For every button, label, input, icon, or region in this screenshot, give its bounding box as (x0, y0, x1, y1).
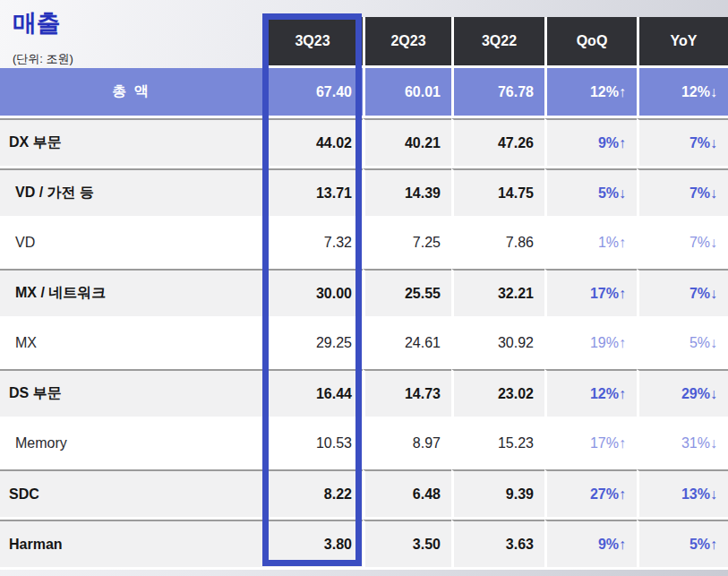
value-qoq: 9%↑ (544, 118, 637, 168)
row-label: SDC (0, 469, 262, 520)
value-qoq: 19%↑ (544, 319, 637, 369)
value-3q23: 30.00 (262, 269, 363, 319)
value-qoq: 17%↑ (544, 419, 637, 469)
page-title: 매출 (13, 7, 73, 39)
col-header-3q22: 3Q22 (451, 17, 544, 68)
value-3q22: 15.23 (451, 419, 544, 469)
col-header-3q23: 3Q23 (262, 17, 363, 68)
value-qoq: 9%↑ (544, 520, 637, 570)
row-label: Harman (0, 520, 262, 570)
value-3q22: 3.63 (451, 520, 544, 570)
revenue-table-page: 매출 (단위: 조원) 3Q23 2Q23 3Q22 QoQ YoY 총 액 6… (0, 0, 728, 576)
value-3q22: 7.86 (451, 219, 544, 269)
value-3q22: 23.02 (451, 369, 544, 419)
row-label: MX / 네트워크 (0, 269, 262, 319)
value-2q23: 14.73 (363, 369, 451, 419)
col-header-yoy: YoY (637, 17, 728, 68)
value-qoq: 17%↑ (544, 269, 637, 319)
value-3q23: 3.80 (262, 520, 363, 570)
value-qoq: 1%↑ (544, 219, 637, 269)
value-3q23: 10.53 (262, 419, 363, 469)
row-label: DX 부문 (0, 118, 262, 168)
row-label: VD / 가전 등 (0, 168, 262, 219)
value-3q22: 47.26 (451, 118, 544, 168)
col-header-2q23: 2Q23 (363, 17, 451, 68)
value-3q22: 76.78 (451, 68, 544, 118)
value-yoy: 7%↓ (637, 118, 728, 168)
value-2q23: 24.61 (363, 319, 451, 369)
row-label: MX (0, 319, 262, 369)
value-qoq: 27%↑ (544, 469, 637, 520)
value-qoq: 12%↑ (544, 369, 637, 419)
value-2q23: 8.97 (363, 419, 451, 469)
value-yoy: 13%↓ (637, 469, 728, 520)
row-label: DS 부문 (0, 369, 262, 419)
value-3q23: 8.22 (262, 469, 363, 520)
title-block: 매출 (단위: 조원) (13, 7, 73, 67)
value-3q23: 44.02 (262, 118, 363, 168)
value-2q23: 40.21 (363, 118, 451, 168)
value-2q23: 25.55 (363, 269, 451, 319)
value-3q22: 30.92 (451, 319, 544, 369)
value-3q22: 9.39 (451, 469, 544, 520)
row-label: VD (0, 219, 262, 269)
value-yoy: 7%↓ (637, 168, 728, 219)
value-yoy: 31%↓ (637, 419, 728, 469)
value-2q23: 6.48 (363, 469, 451, 520)
value-3q23: 7.32 (262, 219, 363, 269)
value-qoq: 5%↓ (544, 168, 637, 219)
value-2q23: 3.50 (363, 520, 451, 570)
value-2q23: 60.01 (363, 68, 451, 118)
value-yoy: 29%↓ (637, 369, 728, 419)
value-3q23: 29.25 (262, 319, 363, 369)
revenue-table: 3Q23 2Q23 3Q22 QoQ YoY 총 액 67.40 60.01 7… (0, 0, 728, 570)
value-yoy: 7%↓ (637, 269, 728, 319)
value-3q23: 13.71 (262, 168, 363, 219)
value-2q23: 7.25 (363, 219, 451, 269)
value-3q22: 32.21 (451, 269, 544, 319)
unit-note: (단위: 조원) (13, 51, 73, 67)
value-3q23: 16.44 (262, 369, 363, 419)
value-yoy: 5%↑ (637, 520, 728, 570)
value-3q22: 14.75 (451, 168, 544, 219)
value-yoy: 5%↓ (637, 319, 728, 369)
value-2q23: 14.39 (363, 168, 451, 219)
row-label: 총 액 (0, 68, 262, 118)
col-header-qoq: QoQ (544, 17, 637, 68)
value-yoy: 7%↓ (637, 219, 728, 269)
value-3q23: 67.40 (262, 68, 363, 118)
value-yoy: 12%↓ (637, 68, 728, 118)
row-label: Memory (0, 419, 262, 469)
value-qoq: 12%↑ (544, 68, 637, 118)
